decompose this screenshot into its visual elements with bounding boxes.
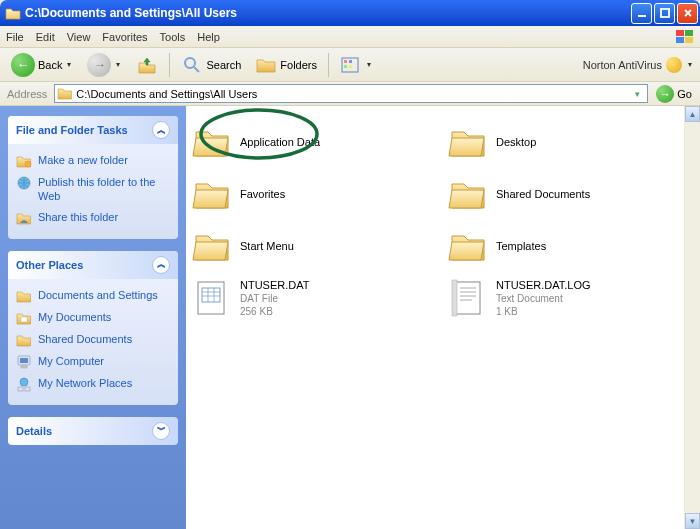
- folder-item[interactable]: Favorites: [190, 172, 440, 216]
- folder-icon: [448, 122, 488, 162]
- window-title: C:\Documents and Settings\All Users: [25, 6, 631, 20]
- titlebar-folder-icon: [5, 5, 21, 21]
- svg-rect-14: [21, 317, 27, 322]
- folder-name: Templates: [496, 239, 546, 253]
- folder-item[interactable]: Shared Documents: [446, 172, 696, 216]
- task-publish-folder[interactable]: Publish this folder to the Web: [16, 172, 170, 207]
- address-path: C:\Documents and Settings\All Users: [76, 88, 257, 100]
- folder-item[interactable]: Templates: [446, 224, 696, 268]
- file-item[interactable]: NTUSER.DATDAT File256 KB: [190, 276, 440, 320]
- place-label: My Network Places: [38, 376, 132, 390]
- svg-rect-11: [349, 65, 352, 68]
- place-label: Shared Documents: [38, 332, 132, 346]
- menu-favorites[interactable]: Favorites: [102, 31, 147, 43]
- file-type: DAT File: [240, 292, 309, 305]
- folder-item[interactable]: Start Menu: [190, 224, 440, 268]
- maximize-button[interactable]: [654, 3, 675, 24]
- search-icon: [181, 54, 203, 76]
- new-folder-icon: [16, 153, 32, 169]
- file-folder-tasks-title: File and Folder Tasks: [16, 124, 128, 136]
- search-label: Search: [206, 59, 241, 71]
- folder-item[interactable]: Application Data: [190, 120, 440, 164]
- go-button[interactable]: → Go: [652, 84, 696, 104]
- go-arrow-icon: →: [656, 85, 674, 103]
- svg-rect-0: [638, 15, 646, 17]
- collapse-icon: ︽: [152, 121, 170, 139]
- details-title: Details: [16, 425, 52, 437]
- menu-help[interactable]: Help: [197, 31, 220, 43]
- titlebar[interactable]: C:\Documents and Settings\All Users: [0, 0, 700, 26]
- folder-name: Desktop: [496, 135, 536, 149]
- menu-edit[interactable]: Edit: [36, 31, 55, 43]
- search-button[interactable]: Search: [176, 50, 246, 80]
- folders-button[interactable]: Folders: [250, 50, 322, 80]
- up-button[interactable]: [131, 50, 163, 80]
- forward-button[interactable]: → ▾: [82, 49, 127, 81]
- file-item[interactable]: NTUSER.DAT.LOGText Document1 KB: [446, 276, 696, 320]
- details-header[interactable]: Details ︾: [8, 417, 178, 445]
- share-folder-icon: [16, 210, 32, 226]
- network-places-icon: [16, 376, 32, 392]
- folder-icon: [192, 174, 232, 214]
- task-share-folder[interactable]: Share this folder: [16, 207, 170, 229]
- norton-toolbar[interactable]: Norton AntiVirus ▾: [583, 57, 694, 73]
- close-button[interactable]: [677, 3, 698, 24]
- place-my-documents[interactable]: My Documents: [16, 307, 170, 329]
- folder-contents[interactable]: Application DataDesktopFavoritesShared D…: [186, 106, 700, 529]
- expand-icon: ︾: [152, 422, 170, 440]
- menu-tools[interactable]: Tools: [160, 31, 186, 43]
- file-name: NTUSER.DAT.LOG: [496, 278, 591, 292]
- folders-label: Folders: [280, 59, 317, 71]
- address-field[interactable]: C:\Documents and Settings\All Users ▾: [54, 84, 648, 103]
- toolbar-separator: [328, 53, 329, 77]
- go-label: Go: [677, 88, 692, 100]
- file-type: Text Document: [496, 292, 591, 305]
- place-my-computer[interactable]: My Computer: [16, 351, 170, 373]
- address-bar: Address C:\Documents and Settings\All Us…: [0, 82, 700, 106]
- views-dropdown-icon: ▾: [365, 60, 373, 69]
- svg-rect-3: [685, 30, 693, 36]
- address-dropdown-icon[interactable]: ▾: [629, 89, 645, 99]
- back-dropdown-icon: ▾: [65, 60, 73, 69]
- back-button[interactable]: ← Back ▾: [6, 49, 78, 81]
- minimize-button[interactable]: [631, 3, 652, 24]
- task-label: Publish this folder to the Web: [38, 175, 170, 204]
- my-documents-icon: [16, 310, 32, 326]
- menu-file[interactable]: File: [6, 31, 24, 43]
- other-places-header[interactable]: Other Places ︽: [8, 251, 178, 279]
- svg-point-12: [25, 161, 31, 167]
- folder-icon: [192, 226, 232, 266]
- svg-rect-4: [676, 37, 684, 43]
- task-make-new-folder[interactable]: Make a new folder: [16, 150, 170, 172]
- place-shared-documents[interactable]: Shared Documents: [16, 329, 170, 351]
- vertical-scrollbar[interactable]: ▲ ▼: [684, 106, 700, 529]
- svg-rect-2: [676, 30, 684, 36]
- svg-point-18: [20, 378, 28, 386]
- address-folder-icon: [57, 86, 73, 102]
- windows-flag-icon: [674, 28, 696, 46]
- scroll-down-button[interactable]: ▼: [685, 513, 700, 529]
- views-icon: [340, 54, 362, 76]
- publish-web-icon: [16, 175, 32, 191]
- views-button[interactable]: ▾: [335, 50, 378, 80]
- file-folder-tasks-header[interactable]: File and Folder Tasks ︽: [8, 116, 178, 144]
- folder-item[interactable]: Desktop: [446, 120, 696, 164]
- back-label: Back: [38, 59, 62, 71]
- scroll-up-button[interactable]: ▲: [685, 106, 700, 122]
- side-panel: File and Folder Tasks ︽ Make a new folde…: [0, 106, 186, 529]
- place-network-places[interactable]: My Network Places: [16, 373, 170, 395]
- svg-rect-8: [344, 60, 347, 63]
- place-label: My Computer: [38, 354, 104, 368]
- collapse-icon: ︽: [152, 256, 170, 274]
- norton-dropdown-icon: ▾: [686, 60, 694, 69]
- toolbar-separator: [169, 53, 170, 77]
- place-label: Documents and Settings: [38, 288, 158, 302]
- up-folder-icon: [136, 54, 158, 76]
- menu-view[interactable]: View: [67, 31, 91, 43]
- place-documents-settings[interactable]: Documents and Settings: [16, 285, 170, 307]
- address-label: Address: [4, 88, 50, 100]
- back-arrow-icon: ←: [11, 53, 35, 77]
- details-box: Details ︾: [8, 417, 178, 445]
- file-size: 1 KB: [496, 305, 591, 318]
- svg-rect-10: [349, 60, 352, 63]
